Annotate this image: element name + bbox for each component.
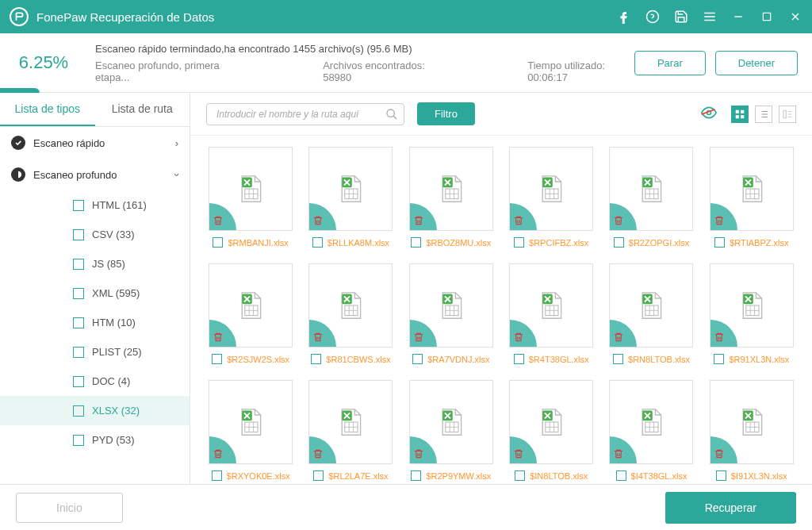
file-thumbnail[interactable] — [209, 263, 293, 348]
file-thumbnail[interactable] — [308, 263, 393, 348]
file-checkbox[interactable] — [213, 237, 223, 248]
file-thumbnail[interactable] — [509, 147, 593, 231]
file-thumbnail[interactable] — [209, 147, 293, 231]
close-icon[interactable] — [788, 10, 802, 24]
file-card[interactable]: $I91XL3N.xlsx — [707, 380, 796, 481]
checkbox[interactable] — [73, 405, 84, 417]
file-thumbnail[interactable] — [509, 380, 593, 464]
menu-icon[interactable] — [703, 10, 717, 24]
file-checkbox[interactable] — [716, 470, 726, 481]
file-thumbnail[interactable] — [209, 380, 293, 464]
file-card[interactable]: $RL2LA7E.xlsx — [306, 380, 395, 481]
file-card[interactable]: $RBOZ8MU.xlsx — [407, 147, 496, 248]
file-checkbox[interactable] — [515, 470, 525, 481]
file-thumbnail[interactable] — [409, 380, 493, 464]
file-card[interactable]: $R2P9YMW.xlsx — [407, 380, 496, 481]
file-card[interactable]: $RTIABPZ.xlsx — [707, 147, 796, 248]
file-checkbox[interactable] — [616, 470, 626, 481]
file-thumbnail[interactable] — [509, 263, 593, 348]
file-thumbnail[interactable] — [308, 380, 393, 464]
tab-path[interactable]: Lista de ruta — [95, 93, 190, 126]
minimize-icon[interactable] — [731, 10, 745, 24]
pause-button[interactable]: Detener — [715, 51, 798, 75]
save-icon[interactable] — [674, 10, 688, 24]
filetype-item[interactable]: DOC (4) — [0, 367, 190, 396]
file-checkbox[interactable] — [613, 354, 623, 364]
preview-toggle-icon[interactable] — [701, 105, 717, 124]
grid-view-button[interactable] — [731, 106, 749, 123]
file-name: $RL2LA7E.xlsx — [328, 471, 388, 481]
help-icon[interactable] — [645, 10, 660, 24]
file-checkbox[interactable] — [312, 237, 323, 248]
filetype-item[interactable]: JS (85) — [0, 249, 190, 278]
file-thumbnail[interactable] — [409, 263, 493, 348]
checkbox[interactable] — [73, 435, 84, 446]
file-thumbnail[interactable] — [710, 147, 794, 231]
checkbox[interactable] — [73, 376, 84, 387]
home-button[interactable]: Inicio — [16, 493, 123, 523]
svg-rect-5 — [741, 109, 744, 113]
checkbox[interactable] — [73, 200, 84, 211]
checkbox[interactable] — [73, 317, 84, 328]
svg-rect-8 — [783, 110, 787, 117]
tab-types[interactable]: Lista de tipos — [0, 93, 95, 126]
checkbox[interactable] — [73, 229, 84, 240]
search-icon[interactable] — [385, 108, 398, 124]
filetype-item[interactable]: PYD (53) — [0, 425, 190, 455]
file-thumbnail[interactable] — [609, 263, 693, 348]
file-checkbox[interactable] — [614, 237, 624, 248]
filetype-item[interactable]: PLIST (25) — [0, 337, 190, 367]
file-checkbox[interactable] — [411, 237, 421, 248]
filetype-item[interactable]: XLSX (32) — [0, 396, 190, 425]
recover-button[interactable]: Recuperar — [665, 492, 796, 524]
file-thumbnail[interactable] — [609, 147, 693, 231]
file-checkbox[interactable] — [714, 237, 725, 248]
detail-view-button[interactable] — [779, 106, 796, 123]
file-card[interactable]: $RN8LTOB.xlsx — [607, 263, 695, 364]
maximize-icon[interactable] — [760, 10, 774, 24]
file-thumbnail[interactable] — [308, 147, 393, 231]
deep-scan-node[interactable]: Escaneo profundo › — [0, 159, 190, 190]
file-thumbnail[interactable] — [710, 263, 794, 348]
checkbox[interactable] — [73, 288, 84, 299]
filetype-item[interactable]: XML (595) — [0, 278, 190, 308]
filter-button[interactable]: Filtro — [417, 102, 475, 125]
file-thumbnail[interactable] — [710, 380, 794, 464]
filetype-item[interactable]: HTML (161) — [0, 190, 190, 220]
file-checkbox[interactable] — [212, 354, 222, 364]
facebook-icon[interactable] — [617, 10, 631, 24]
checkbox[interactable] — [73, 259, 84, 270]
file-card[interactable]: $RA7VDNJ.xlsx — [407, 263, 496, 364]
file-checkbox[interactable] — [514, 354, 524, 364]
file-card[interactable]: $R4T38GL.xlsx — [507, 263, 596, 364]
stop-button[interactable]: Parar — [634, 51, 706, 75]
filetype-item[interactable]: HTM (10) — [0, 308, 190, 337]
file-card[interactable]: $RXYOK0E.xlsx — [206, 380, 295, 481]
file-checkbox[interactable] — [311, 354, 321, 364]
file-checkbox[interactable] — [714, 354, 724, 364]
filetype-item[interactable]: CSV (33) — [0, 220, 190, 249]
time-elapsed: Tiempo utilizado: 00:06:17 — [527, 60, 626, 83]
checkbox[interactable] — [73, 347, 84, 358]
file-name: $I91XL3N.xlsx — [731, 471, 787, 481]
file-card[interactable]: $R91XL3N.xlsx — [707, 263, 796, 364]
file-checkbox[interactable] — [411, 470, 421, 481]
file-card[interactable]: $RLLKA8M.xlsx — [306, 147, 395, 248]
file-card[interactable]: $I4T38GL.xlsx — [607, 380, 695, 481]
search-input[interactable] — [206, 103, 404, 125]
file-card[interactable]: $RMBANJI.xlsx — [206, 147, 295, 248]
file-card[interactable]: $R2ZOPGI.xlsx — [607, 147, 695, 248]
quick-scan-node[interactable]: Escaneo rápido › — [0, 127, 190, 159]
file-checkbox[interactable] — [412, 354, 423, 364]
file-card[interactable]: $R2SJW2S.xlsx — [206, 263, 295, 364]
file-card[interactable]: $R81CBWS.xlsx — [306, 263, 395, 364]
file-card[interactable]: $IN8LTOB.xlsx — [507, 380, 596, 481]
file-checkbox[interactable] — [514, 237, 524, 248]
app-logo: FonePaw Recuperación de Datos — [10, 7, 214, 26]
file-checkbox[interactable] — [313, 470, 324, 481]
file-checkbox[interactable] — [212, 470, 222, 481]
file-thumbnail[interactable] — [609, 380, 693, 464]
list-view-button[interactable] — [755, 106, 772, 123]
file-thumbnail[interactable] — [409, 147, 493, 231]
file-card[interactable]: $RPCIFBZ.xlsx — [507, 147, 596, 248]
